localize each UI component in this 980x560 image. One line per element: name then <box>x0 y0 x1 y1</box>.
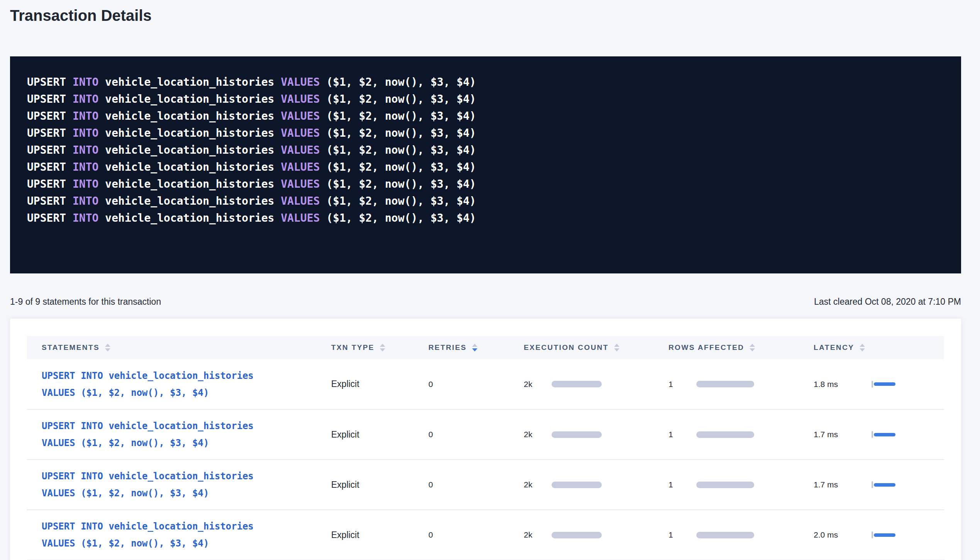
rows-affected-value: 1 <box>669 530 696 540</box>
txn-type-cell: Explicit <box>331 409 428 460</box>
statement-line-2: VALUES ($1, $2, now(), $3, $4) <box>42 535 331 552</box>
column-header-rows-affected[interactable]: ROWS AFFECTED <box>669 336 814 359</box>
sql-statement-line: UPSERT INTO vehicle_location_histories V… <box>27 108 946 125</box>
sort-icon[interactable] <box>750 344 755 351</box>
sql-text: UPSERT <box>27 212 73 224</box>
sql-text: UPSERT <box>27 110 73 122</box>
retries-cell: 0 <box>428 510 524 560</box>
latency-value: 1.7 ms <box>814 480 872 489</box>
statement-link[interactable]: UPSERT INTO vehicle_location_histories V… <box>42 367 331 401</box>
column-header-statements[interactable]: STATEMENTS <box>27 336 331 359</box>
table-row: UPSERT INTO vehicle_location_histories V… <box>27 359 944 409</box>
sql-text: UPSERT <box>27 93 73 105</box>
sql-statement-line: UPSERT INTO vehicle_location_histories V… <box>27 125 946 142</box>
latency-cell: 1.7 ms <box>814 409 944 460</box>
latency-bar <box>874 382 895 386</box>
sql-text: ($1, $2, now(), $3, $4) <box>320 93 476 105</box>
column-header-retries[interactable]: RETRIES <box>428 336 524 359</box>
statements-table: STATEMENTS TXN TYPE RETRIES <box>27 336 944 560</box>
execution-count-value: 2k <box>524 480 552 489</box>
transaction-details-page: Transaction Details UPSERT INTO vehicle_… <box>0 0 980 560</box>
statements-table-card: STATEMENTS TXN TYPE RETRIES <box>10 319 961 560</box>
statement-cell: UPSERT INTO vehicle_location_histories V… <box>27 510 331 560</box>
sql-keyword: INTO <box>73 110 98 122</box>
column-header-label: LATENCY <box>814 343 854 352</box>
statement-link[interactable]: UPSERT INTO vehicle_location_histories V… <box>42 518 331 552</box>
table-row: UPSERT INTO vehicle_location_histories V… <box>27 460 944 510</box>
sort-icon[interactable] <box>105 344 110 351</box>
statement-line-1: UPSERT INTO vehicle_location_histories <box>42 468 331 485</box>
statement-link[interactable]: UPSERT INTO vehicle_location_histories V… <box>42 468 331 502</box>
execution-count-cell: 2k <box>524 510 669 560</box>
retries-cell: 0 <box>428 359 524 409</box>
execution-count-bar <box>552 482 602 488</box>
latency-tick <box>872 531 873 538</box>
column-header-label: ROWS AFFECTED <box>669 343 744 352</box>
sql-text: vehicle_location_histories <box>98 76 281 88</box>
sql-text: vehicle_location_histories <box>98 195 281 207</box>
sort-icon[interactable] <box>614 344 619 351</box>
column-header-label: EXECUTION COUNT <box>524 343 609 352</box>
sort-icon[interactable] <box>380 344 385 351</box>
sql-keyword: INTO <box>73 212 98 224</box>
sql-keyword: VALUES <box>281 212 320 224</box>
rows-affected-value: 1 <box>669 430 696 439</box>
statement-line-1: UPSERT INTO vehicle_location_histories <box>42 518 331 535</box>
rows-affected-bar <box>696 381 754 387</box>
execution-count-value: 2k <box>524 530 552 540</box>
sql-statement-line: UPSERT INTO vehicle_location_histories V… <box>27 159 946 176</box>
sql-keyword: INTO <box>73 144 98 156</box>
sql-keyword: VALUES <box>281 127 320 139</box>
column-header-txn-type[interactable]: TXN TYPE <box>331 336 428 359</box>
sql-keyword: VALUES <box>281 76 320 88</box>
sql-text: UPSERT <box>27 178 73 190</box>
sql-statement-line: UPSERT INTO vehicle_location_histories V… <box>27 210 946 227</box>
sort-icon[interactable] <box>472 344 477 351</box>
latency-bar-chart <box>872 431 895 438</box>
column-header-label: RETRIES <box>428 343 467 352</box>
statement-cell: UPSERT INTO vehicle_location_histories V… <box>27 460 331 510</box>
rows-affected-bar <box>696 431 754 438</box>
sql-code-lines: UPSERT INTO vehicle_location_histories V… <box>27 74 946 227</box>
rows-affected-bar <box>696 532 754 538</box>
txn-type-cell: Explicit <box>331 510 428 560</box>
sql-statement-line: UPSERT INTO vehicle_location_histories V… <box>27 91 946 108</box>
rows-affected-bar <box>696 482 754 488</box>
rows-affected-value: 1 <box>669 380 696 389</box>
sql-keyword: INTO <box>73 161 98 173</box>
latency-value: 1.7 ms <box>814 430 872 439</box>
rows-affected-cell: 1 <box>669 409 814 460</box>
sort-icon[interactable] <box>860 344 865 351</box>
sql-keyword: VALUES <box>281 93 320 105</box>
column-header-execution-count[interactable]: EXECUTION COUNT <box>524 336 669 359</box>
rows-affected-cell: 1 <box>669 510 814 560</box>
latency-value: 1.8 ms <box>814 380 872 389</box>
retries-cell: 0 <box>428 460 524 510</box>
statements-count-text: 1-9 of 9 statements for this transaction <box>10 297 161 307</box>
sql-text: ($1, $2, now(), $3, $4) <box>320 76 476 88</box>
sql-text: vehicle_location_histories <box>98 110 281 122</box>
sql-text: vehicle_location_histories <box>98 127 281 139</box>
sql-text: vehicle_location_histories <box>98 178 281 190</box>
latency-bar <box>874 483 895 487</box>
statement-link[interactable]: UPSERT INTO vehicle_location_histories V… <box>42 417 331 451</box>
sql-keyword: INTO <box>73 195 98 207</box>
latency-bar <box>874 533 895 537</box>
sql-statement-line: UPSERT INTO vehicle_location_histories V… <box>27 176 946 193</box>
execution-count-cell: 2k <box>524 409 669 460</box>
sql-keyword: VALUES <box>281 144 320 156</box>
sql-text: ($1, $2, now(), $3, $4) <box>320 178 476 190</box>
execution-count-bar <box>552 431 602 438</box>
column-header-latency[interactable]: LATENCY <box>814 336 944 359</box>
sql-keyword: VALUES <box>281 161 320 173</box>
statement-line-1: UPSERT INTO vehicle_location_histories <box>42 417 331 434</box>
latency-value: 2.0 ms <box>814 530 872 540</box>
latency-cell: 1.8 ms <box>814 359 944 409</box>
statement-cell: UPSERT INTO vehicle_location_histories V… <box>27 359 331 409</box>
latency-bar-chart <box>872 481 895 488</box>
sql-text: ($1, $2, now(), $3, $4) <box>320 212 476 224</box>
rows-affected-cell: 1 <box>669 460 814 510</box>
statement-line-2: VALUES ($1, $2, now(), $3, $4) <box>42 384 331 401</box>
sql-text: vehicle_location_histories <box>98 212 281 224</box>
page-title: Transaction Details <box>10 6 961 25</box>
